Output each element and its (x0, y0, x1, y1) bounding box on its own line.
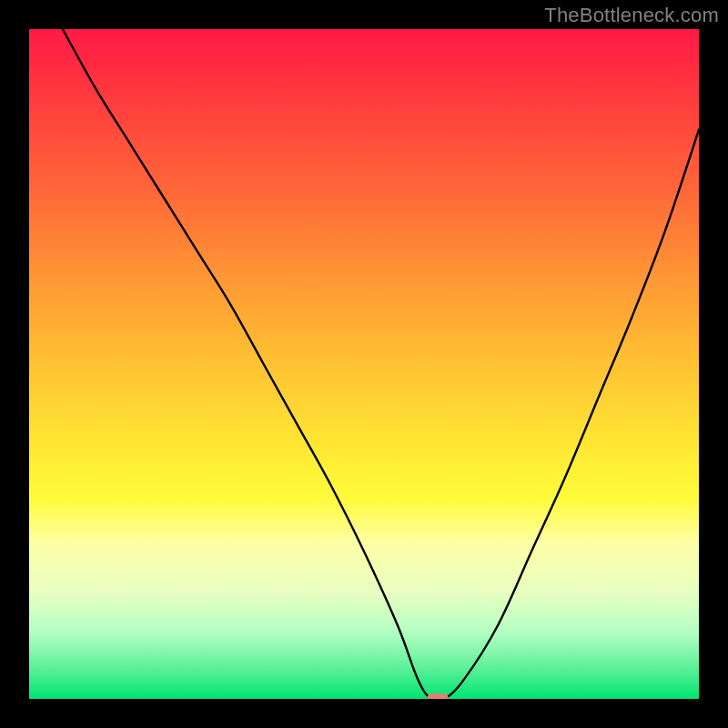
bottleneck-marker (427, 693, 449, 699)
watermark-text: TheBottleneck.com (544, 4, 719, 27)
plot-area (29, 29, 699, 699)
bottleneck-curve-path (63, 29, 699, 699)
chart-frame: TheBottleneck.com (0, 0, 728, 728)
curve-svg (29, 29, 699, 699)
